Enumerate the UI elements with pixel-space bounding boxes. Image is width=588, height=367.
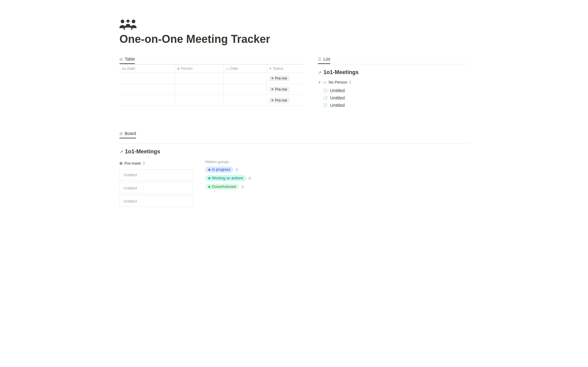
table-col-date1: Aa Date [119, 65, 175, 73]
list-divider [318, 64, 469, 64]
table-tab-icon: ⊞ [119, 57, 123, 62]
premeet-count: 3 [142, 161, 145, 166]
table-cell-person-r1 [175, 73, 224, 84]
hidden-group-working[interactable]: Working on actions 0 [205, 175, 251, 181]
table-cell-date2-r3 [224, 95, 266, 106]
status-dot-r2 [271, 88, 273, 90]
hidden-group-in-progress[interactable]: In progress 0 [205, 167, 251, 173]
svg-rect-3 [124, 28, 125, 30]
table-cell-person-r3 [175, 95, 224, 106]
board-tab-icon: ⊞ [119, 131, 123, 136]
svg-point-5 [126, 20, 130, 23]
board-content: ↗ 1o1-Meetings Pre-meet 3 Untitled Untit… [119, 148, 469, 209]
svg-point-1 [132, 20, 135, 23]
list-item-2[interactable]: 📄 Untitled [318, 94, 469, 102]
table-view-section: ⊞ Table Aa Date ⊕ Person ▭ Date [119, 57, 303, 113]
board-card-3[interactable]: Untitled [119, 196, 193, 207]
list-group-count: 3 [349, 80, 351, 84]
table-row[interactable]: Pre-me [119, 84, 303, 95]
done-count: 0 [242, 185, 244, 189]
page-container: One-on-One Meeting Tracker ⊞ Table Aa Da… [95, 0, 493, 227]
doc-icon-1: 📄 [323, 88, 328, 93]
list-tab-label: List [323, 57, 330, 62]
table-wrapper: Aa Date ⊕ Person ▭ Date ✦ Status [119, 64, 303, 106]
status-dot-r1 [271, 77, 273, 79]
table-cell-date1-r1 [119, 73, 175, 84]
list-arrow-icon: ↗ [318, 70, 322, 75]
list-item-1[interactable]: 📄 Untitled [318, 87, 469, 94]
list-item-3[interactable]: 📄 Untitled [318, 102, 469, 109]
doc-icon-3: 📄 [323, 103, 328, 108]
status-badge-r3: Pre-me [269, 98, 289, 103]
svg-rect-4 [131, 28, 132, 30]
hidden-groups: Hidden groups In progress 0 Working on a… [205, 160, 251, 192]
aa-icon: Aa [122, 67, 126, 70]
table-cell-status-r3: Pre-me [266, 95, 303, 106]
list-view-section: ☰ List ↗ 1o1-Meetings ▼ ▭ No Person 3 [318, 57, 469, 113]
table-cell-date2-r2 [224, 84, 266, 95]
list-group-doc-icon: ▭ [323, 80, 327, 84]
list-tab-icon: ☰ [318, 57, 322, 62]
board-columns: Pre-meet 3 Untitled Untitled Untitled [119, 160, 469, 209]
table-col-date2: ▭ Date [224, 65, 266, 73]
board-tab-label: Board [125, 131, 136, 136]
board-column-premeet-header: Pre-meet 3 [119, 160, 193, 167]
hidden-group-done[interactable]: Done/Actioned 0 [205, 184, 251, 190]
table-cell-date2-r1 [224, 73, 266, 84]
board-divider [119, 143, 469, 144]
working-count: 0 [249, 176, 251, 181]
board-tab[interactable]: ⊞ Board [119, 131, 136, 138]
date-col-icon: ▭ [226, 67, 229, 71]
table-row[interactable]: Pre-me [119, 95, 303, 106]
in-progress-badge: In progress [205, 167, 233, 173]
svg-point-0 [121, 20, 124, 23]
page-title: One-on-One Meeting Tracker [119, 33, 469, 46]
list-tab[interactable]: ☰ List [318, 57, 330, 64]
table-cell-person-r2 [175, 84, 224, 95]
list-group-label: No Person [329, 80, 347, 84]
table-col-person: ⊕ Person [175, 65, 224, 73]
table-tab-label: Table [125, 57, 135, 62]
list-group-no-person: ▼ ▭ No Person 3 📄 Untitled 📄 Untitled [318, 79, 469, 109]
hidden-groups-label: Hidden groups [205, 160, 251, 164]
top-views-grid: ⊞ Table Aa Date ⊕ Person ▭ Date [119, 57, 469, 113]
table-row[interactable]: Pre-me [119, 73, 303, 84]
premeet-label: Pre-meet [124, 161, 141, 166]
status-dot-r3 [271, 99, 273, 101]
table-cell-date1-r2 [119, 84, 175, 95]
done-badge: Done/Actioned [205, 184, 239, 190]
table-header-row: Aa Date ⊕ Person ▭ Date ✦ Status [119, 65, 303, 73]
status-badge-r2: Pre-me [269, 87, 289, 92]
svg-rect-2 [124, 26, 132, 28]
working-badge: Working on actions [205, 175, 246, 181]
board-card-1[interactable]: Untitled [119, 169, 193, 181]
premeet-dot [119, 162, 123, 165]
table-cell-status-r2: Pre-me [266, 84, 303, 95]
doc-icon-2: 📄 [323, 96, 328, 100]
list-group-header[interactable]: ▼ ▭ No Person 3 [318, 79, 469, 86]
table-cell-status-r1: Pre-me [266, 73, 303, 84]
list-view-content: ↗ 1o1-Meetings ▼ ▭ No Person 3 📄 Untitle… [318, 69, 469, 109]
page-icon [119, 18, 469, 33]
board-view-section: ⊞ Board ↗ 1o1-Meetings Pre-meet 3 Untitl [119, 131, 469, 209]
board-section-title: ↗ 1o1-Meetings [119, 148, 469, 155]
table-col-status: ✦ Status [266, 65, 303, 73]
done-dot [208, 186, 210, 188]
board-arrow-icon: ↗ [119, 149, 123, 154]
table-cell-date1-r3 [119, 95, 175, 106]
status-badge-r1: Pre-me [269, 76, 289, 81]
person-col-icon: ⊕ [177, 67, 180, 71]
status-col-icon: ✦ [269, 67, 272, 71]
board-column-premeet: Pre-meet 3 Untitled Untitled Untitled [119, 160, 193, 209]
board-card-2[interactable]: Untitled [119, 182, 193, 194]
in-progress-count: 0 [236, 167, 238, 172]
list-group-toggle-icon: ▼ [318, 81, 321, 84]
in-progress-dot [208, 169, 210, 171]
working-dot [208, 177, 210, 179]
list-section-title: ↗ 1o1-Meetings [318, 69, 469, 76]
table-tab[interactable]: ⊞ Table [119, 57, 135, 64]
